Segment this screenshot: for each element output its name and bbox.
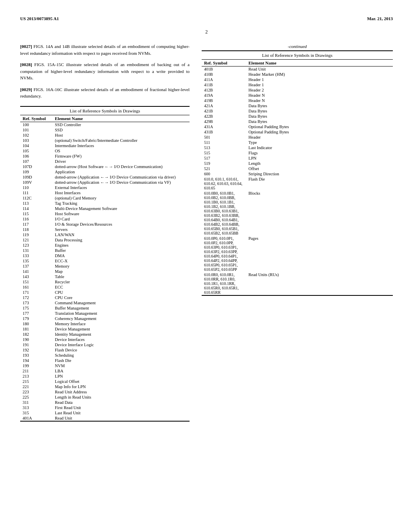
element-name-cell: dotted-arrow (Host Software ←→ I/O Devic… [52, 164, 190, 169]
left-ref-table: Ref. Symbol Element Name 100SSD Controll… [20, 115, 190, 421]
table-row: 411AHeader 1 [202, 77, 393, 82]
paragraph-0027: [0027] FIGS. 14A and 14B illustrate sele… [20, 43, 190, 56]
table-row: 511Type [202, 140, 393, 145]
ref-symbol-cell: 431B [202, 129, 246, 135]
element-name-cell: Read Unit [246, 66, 393, 72]
ref-symbol-cell: 111 [20, 190, 52, 195]
ref-symbol-cell: 221 [20, 384, 52, 389]
para-text-0029: FIGS. 16A-16C illustrate selected detail… [20, 87, 190, 99]
ref-symbol-cell: 180 [20, 321, 52, 326]
table-row: 401ARead Unit [20, 416, 190, 421]
table-row: 104Intermediate Interfaces [20, 143, 190, 148]
right-ref-table: Ref. Symbol Element Name 401BRead Unit41… [202, 60, 393, 295]
ref-symbol-cell: 102 [20, 133, 52, 138]
right-col-name: Element Name [246, 60, 393, 66]
table-row: 180Memory Interface [20, 321, 190, 326]
ref-symbol-cell: 410B [202, 72, 246, 77]
ref-symbol-cell: 135 [20, 258, 52, 264]
table-row: 118Servers [20, 227, 190, 232]
ref-symbol-cell: 161 [20, 285, 52, 290]
element-name-cell: Flash Die [52, 358, 190, 363]
table-row: 117I/O & Storage Devices/Resources [20, 222, 190, 227]
right-table-body: 401BRead Unit410BHeader Marker (HM)411AH… [202, 66, 393, 295]
table-row: 411BHeader 1 [202, 82, 393, 87]
ref-symbol-cell: 181 [20, 326, 52, 332]
table-row: 115Host Software [20, 211, 190, 216]
page: US 2013/0073895 A1 Mar. 21, 2013 2 [0027… [0, 0, 413, 532]
ref-symbol-cell: 411B [202, 82, 246, 87]
element-name-cell: First Read Unit [52, 405, 190, 410]
element-name-cell: Host Interfaces [52, 190, 190, 195]
table-row: 175Buffer Management [20, 305, 190, 311]
table-row: 143Table [20, 274, 190, 279]
right-ref-table-container: List of Reference Symbols in Drawings Re… [202, 50, 393, 296]
element-name-cell: NVM [52, 363, 190, 368]
element-name-cell: I/O & Storage Devices/Resources [52, 222, 190, 227]
table-row: 135ECC-X [20, 258, 190, 264]
element-name-cell: Length in Read Units [52, 395, 190, 400]
element-name-cell: Header 1 [246, 82, 393, 87]
ref-symbol-cell: 431A [202, 124, 246, 129]
para-num-0029: [0029] [20, 87, 32, 92]
table-row: 213LPN [20, 374, 190, 379]
element-name-cell: Read Units (RUs) [246, 272, 393, 295]
table-row: 141Map [20, 269, 190, 274]
table-row: 102Host [20, 133, 190, 138]
element-name-cell: LAN/WAN [52, 232, 190, 237]
ref-symbol-cell: 133 [20, 253, 52, 258]
left-table-title: List of Reference Symbols in Drawings [20, 107, 190, 115]
para-text-0027: FIGS. 14A and 14B illustrate selected de… [20, 44, 190, 56]
element-name-cell: Flags [246, 150, 393, 156]
left-col-ref: Ref. Symbol [20, 115, 52, 122]
element-name-cell: Header 2 [246, 87, 393, 93]
left-ref-table-wrapper: List of Reference Symbols in Drawings Re… [20, 106, 190, 422]
table-row: 107Driver [20, 159, 190, 164]
element-name-cell: Header N [246, 98, 393, 103]
element-name-cell: CPU [52, 290, 190, 295]
element-name-cell: Table [52, 274, 190, 279]
element-name-cell: Data Processing [52, 237, 190, 243]
element-name-cell: Scheduling [52, 353, 190, 358]
table-row: 171CPU [20, 290, 190, 295]
left-table-body: 100SSD Controller101SSD102Host103(option… [20, 122, 190, 421]
right-column: -continued List of Reference Symbols in … [202, 43, 393, 296]
table-row: 610.0P0, 610.0P1, 610.0P2, 610.0PP, 610.… [202, 236, 393, 272]
para-num-0027: [0027] [20, 44, 32, 49]
element-name-cell: Device Management [52, 326, 190, 332]
element-name-cell: SSD [52, 127, 190, 133]
ref-symbol-cell: 119 [20, 232, 52, 237]
element-name-cell: Flash Device [52, 347, 190, 353]
ref-symbol-cell: 179 [20, 316, 52, 321]
para-text-0028: FIGS. 15A-15C illustrate selected detail… [20, 62, 190, 80]
table-row: 412BHeader 2 [202, 87, 393, 93]
element-name-cell: Translation Management [52, 311, 190, 316]
element-name-cell: Map Info for LPN [52, 384, 190, 389]
ref-symbol-cell: 151 [20, 279, 52, 285]
ref-symbol-cell: 513 [202, 145, 246, 150]
ref-symbol-cell: 429B [202, 119, 246, 124]
table-row: 109Ddotted-arrow (Application ←→ I/O Dev… [20, 175, 190, 180]
ref-symbol-cell: 412B [202, 87, 246, 93]
ref-symbol-cell: 105 [20, 148, 52, 154]
ref-symbol-cell: 172 [20, 295, 52, 300]
doc-date: Mar. 21, 2013 [367, 16, 393, 21]
ref-symbol-cell: 114 [20, 206, 52, 211]
table-row: 515Flags [202, 150, 393, 156]
table-row: 517LPN [202, 156, 393, 161]
element-name-cell: Pages [246, 236, 393, 272]
table-row: 610.0B0, 610.0B1, 610.0B2, 610.0BB, 610.… [202, 191, 393, 236]
element-name-cell: Application [52, 169, 190, 175]
element-name-cell: Host [52, 133, 190, 138]
table-row: 137Memory [20, 264, 190, 269]
element-name-cell: Host Software [52, 211, 190, 216]
ref-symbol-cell: 104 [20, 143, 52, 148]
element-name-cell: ECC [52, 285, 190, 290]
table-row: 421AData Bytes [202, 103, 393, 108]
table-row: 131Buffer [20, 248, 190, 253]
ref-symbol-cell: 141 [20, 269, 52, 274]
ref-symbol-cell: 118 [20, 227, 52, 232]
ref-symbol-cell: 109 [20, 169, 52, 175]
paragraph-0028: [0028] FIGS. 15A-15C illustrate selected… [20, 61, 190, 81]
ref-symbol-cell: 110 [20, 185, 52, 190]
table-row: 419BHeader N [202, 98, 393, 103]
